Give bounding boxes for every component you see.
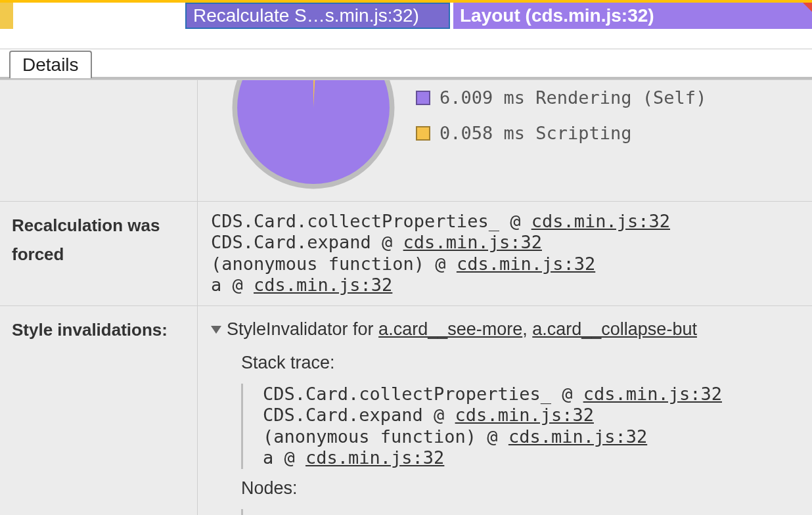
stack-frame: CDS.Card.collectProperties_ @ cds.min.js… (211, 211, 812, 232)
source-link[interactable]: cds.min.js:32 (403, 232, 542, 252)
nodes-list: a.card__see-more, a.card__collapse-butto… (263, 509, 812, 515)
flame-segment-script[interactable] (0, 3, 13, 29)
time-breakdown-pie (231, 80, 396, 192)
warning-icon (801, 3, 812, 13)
legend-swatch-scripting (416, 126, 430, 141)
legend-swatch-rendering (416, 91, 430, 105)
stack-frame: a @ cds.min.js:32 (211, 275, 812, 296)
source-link[interactable]: cds.min.js:32 (583, 384, 722, 404)
selector-link[interactable]: a.card__collapse-but (532, 319, 697, 339)
stack-frame: CDS.Card.collectProperties_ @ cds.min.js… (263, 384, 812, 405)
stack-frame: (anonymous function) @ cds.min.js:32 (211, 254, 812, 275)
flame-segment-layout[interactable]: Layout (cds.min.js:32) (453, 3, 812, 29)
tab-label: Details (22, 55, 79, 75)
source-link[interactable]: cds.min.js:32 (254, 275, 392, 295)
nodes-heading: Nodes: (241, 474, 812, 503)
tab-details[interactable]: Details (9, 51, 92, 78)
flame-segment-recalculate-style[interactable]: Recalculate S…s.min.js:32) (185, 3, 450, 29)
source-link[interactable]: cds.min.js:32 (531, 211, 670, 231)
source-link[interactable]: cds.min.js:32 (457, 254, 595, 274)
stack-trace-list: CDS.Card.collectProperties_ @ cds.min.js… (211, 211, 812, 296)
stack-trace-heading: Stack trace: (241, 349, 812, 377)
source-link[interactable]: cds.min.js:32 (455, 405, 594, 425)
stack-frame: CDS.Card.expand @ cds.min.js:32 (211, 232, 812, 253)
source-link[interactable]: cds.min.js:32 (305, 447, 444, 468)
row-label: Style invalidations: (0, 306, 197, 515)
legend-label-scripting: 0.058 ms Scripting (440, 116, 632, 151)
row-label: Recalculation was forced (0, 202, 197, 305)
chevron-down-icon[interactable] (211, 326, 221, 334)
stack-frame: (anonymous function) @ cds.min.js:32 (263, 426, 812, 447)
legend-label-rendering: 6.009 ms Rendering (Self) (440, 80, 706, 116)
stack-frame: a @ cds.min.js:32 (263, 447, 812, 468)
aggregated-time-row: 6.009 ms Rendering (Self) 0.058 ms Scrip… (0, 80, 812, 202)
pie-legend: 6.009 ms Rendering (Self) 0.058 ms Scrip… (416, 80, 706, 151)
flame-segment-label: Layout (cds.min.js:32) (460, 5, 654, 26)
source-link[interactable]: cds.min.js:32 (508, 426, 647, 447)
flame-segment-label: Recalculate S…s.min.js:32) (193, 5, 419, 26)
style-invalidations-row: Style invalidations: StyleInvalidator fo… (0, 306, 812, 515)
stack-trace-list: CDS.Card.collectProperties_ @ cds.min.js… (263, 384, 812, 469)
invalidator-header[interactable]: StyleInvalidator for a.card__see-more, a… (211, 315, 812, 344)
flame-chart-strip[interactable]: Recalculate S…s.min.js:32) Layout (cds.m… (0, 0, 812, 30)
stack-frame: CDS.Card.expand @ cds.min.js:32 (263, 405, 812, 426)
recalc-forced-row: Recalculation was forced CDS.Card.collec… (0, 202, 812, 306)
selector-link[interactable]: a.card__see-more (378, 319, 522, 339)
details-tabbar: Details (0, 49, 812, 79)
